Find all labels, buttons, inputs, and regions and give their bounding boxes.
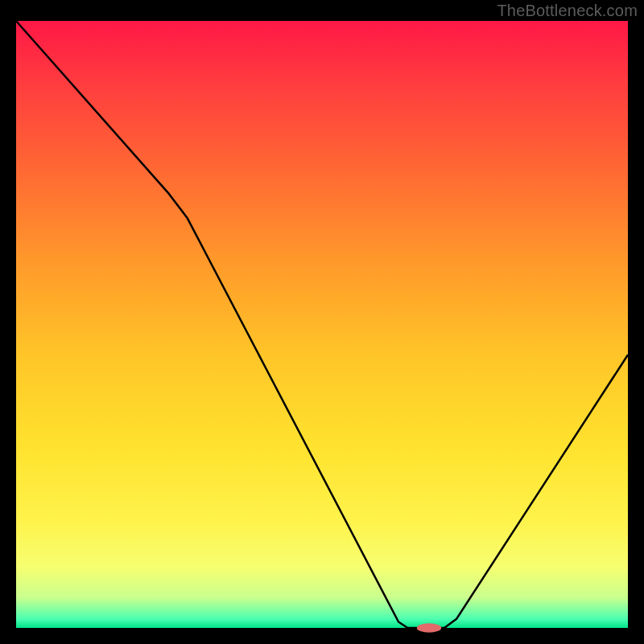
chart-frame: TheBottleneck.com <box>0 0 644 644</box>
chart-svg <box>0 0 644 644</box>
watermark-text: TheBottleneck.com <box>497 2 638 20</box>
optimal-marker <box>417 623 441 632</box>
plot-background <box>16 21 628 628</box>
